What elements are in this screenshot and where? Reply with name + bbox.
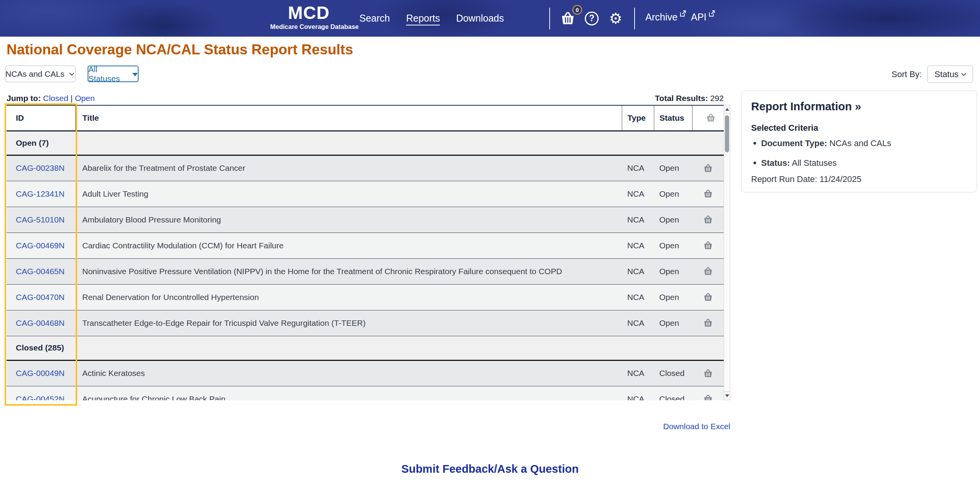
- external-link-icon: [708, 10, 715, 17]
- id-cell: CAG-00452N: [7, 386, 75, 400]
- scrollbar-down-button[interactable]: [724, 391, 730, 400]
- page: MCD Medicare Coverage Database Search Re…: [0, 0, 980, 487]
- document-id-link[interactable]: CAG-00465N: [16, 267, 64, 276]
- results-meta-row: Jump to: Closed | Open Total Results: 29…: [7, 94, 724, 103]
- criteria-label: Status:: [761, 158, 790, 168]
- table-header-row: ID Title Type Status: [7, 105, 724, 131]
- document-id-link[interactable]: CAG-00470N: [16, 293, 64, 302]
- results-table-viewport: ID Title Type Status Open (7): [7, 105, 724, 400]
- criteria-item: Document Type: NCAs and CALs: [751, 138, 967, 148]
- total-results-value: 292: [710, 94, 724, 103]
- add-to-basket-icon[interactable]: [703, 318, 713, 328]
- id-cell: CAG-00049N: [7, 360, 75, 386]
- add-to-basket-icon[interactable]: [703, 240, 713, 251]
- id-cell: CAG-51010N: [7, 207, 75, 233]
- group-header-row: Open (7): [7, 131, 724, 155]
- basket-cell: [692, 284, 724, 310]
- sort-by-control: Sort By: Status: [892, 66, 973, 83]
- results-table-region: ID Title Type Status Open (7): [7, 105, 730, 400]
- result-row: CAG-00468NTranscatheter Edge-to-Edge Rep…: [7, 310, 724, 336]
- document-status: Closed: [654, 386, 692, 400]
- id-cell: CAG-00238N: [7, 155, 75, 181]
- criteria-value: NCAs and CALs: [829, 138, 891, 148]
- submit-feedback-link[interactable]: Submit Feedback/Ask a Question: [401, 463, 579, 475]
- nav-search[interactable]: Search: [359, 13, 390, 24]
- column-header-title[interactable]: Title: [75, 105, 622, 131]
- document-type-value: NCAs and CALs: [5, 69, 64, 79]
- document-type: NCA: [622, 386, 654, 400]
- report-run-date-value: 11/24/2025: [819, 174, 861, 184]
- document-title: Transcatheter Edge-to-Edge Repair for Tr…: [75, 310, 622, 336]
- document-status: Closed: [654, 360, 692, 386]
- add-to-basket-icon[interactable]: [703, 394, 713, 400]
- document-type: NCA: [622, 360, 654, 386]
- column-header-id[interactable]: ID: [7, 105, 75, 131]
- settings-button[interactable]: ⚙: [609, 0, 622, 37]
- column-header-type[interactable]: Type: [622, 105, 654, 131]
- document-id-link[interactable]: CAG-00049N: [16, 369, 64, 377]
- document-id-link[interactable]: CAG-12341N: [16, 189, 64, 198]
- document-type: NCA: [622, 181, 654, 207]
- basket-cell: [692, 386, 724, 400]
- total-results-label: Total Results:: [655, 94, 708, 103]
- document-id-link[interactable]: CAG-00452N: [16, 394, 64, 401]
- add-to-basket-icon[interactable]: [703, 163, 713, 174]
- group-label: Closed (285): [7, 336, 724, 360]
- document-status: Open: [654, 310, 692, 336]
- caret-down-icon: [132, 73, 138, 76]
- document-id-link[interactable]: CAG-00468N: [16, 318, 64, 327]
- id-cell: CAG-12341N: [7, 181, 75, 207]
- mcd-logo[interactable]: MCD Medicare Coverage Database: [270, 3, 347, 30]
- feedback-row: Submit Feedback/Ask a Question: [0, 463, 980, 475]
- jump-to: Jump to: Closed | Open: [7, 94, 95, 103]
- report-information-heading[interactable]: Report Information »: [751, 100, 967, 113]
- jump-to-open-link[interactable]: Open: [75, 94, 95, 103]
- result-row: CAG-00465NNoninvasive Positive Pressure …: [7, 258, 724, 284]
- nav-api[interactable]: API: [691, 0, 715, 37]
- document-type: NCA: [622, 258, 654, 284]
- sort-by-select[interactable]: Status: [927, 66, 973, 83]
- document-id-link[interactable]: CAG-00469N: [16, 241, 64, 250]
- nav-reports[interactable]: Reports: [406, 13, 440, 24]
- jump-to-closed-link[interactable]: Closed: [43, 94, 68, 103]
- report-run-date-label: Report Run Date:: [751, 174, 817, 184]
- jump-separator: |: [71, 94, 73, 103]
- basket-count-badge: 0: [572, 5, 582, 15]
- sort-by-value: Status: [934, 69, 958, 79]
- add-to-basket-icon[interactable]: [703, 214, 713, 225]
- table-scrollbar[interactable]: [724, 105, 730, 400]
- document-title: Renal Denervation for Uncontrolled Hyper…: [75, 284, 622, 310]
- arrow-down-icon: [725, 394, 729, 397]
- add-to-basket-icon[interactable]: [703, 266, 713, 276]
- basket-button[interactable]: 0: [560, 0, 576, 37]
- column-header-status[interactable]: Status: [654, 105, 692, 131]
- column-header-basket[interactable]: [692, 105, 724, 131]
- document-title: Abarelix for the Treatment of Prostate C…: [75, 155, 622, 181]
- document-status: Open: [654, 155, 692, 181]
- document-id-link[interactable]: CAG-00238N: [16, 163, 64, 172]
- document-type: NCA: [622, 284, 654, 310]
- help-button[interactable]: ?: [585, 0, 599, 37]
- status-filter-dropdown[interactable]: All Statuses: [88, 66, 139, 82]
- group-header-row: Closed (285): [7, 336, 724, 360]
- chevron-down-icon: [960, 71, 967, 78]
- document-id-link[interactable]: CAG-51010N: [16, 215, 64, 224]
- add-to-basket-icon[interactable]: [703, 189, 713, 199]
- nav-archive[interactable]: Archive: [645, 0, 686, 37]
- scrollbar-up-button[interactable]: [724, 105, 730, 114]
- document-type-dropdown[interactable]: NCAs and CALs: [5, 66, 76, 82]
- download-to-excel-link[interactable]: Download to Excel: [663, 422, 730, 431]
- mcd-logo-subtitle: Medicare Coverage Database: [270, 23, 347, 30]
- document-title: Adult Liver Testing: [75, 181, 622, 207]
- nav-downloads[interactable]: Downloads: [456, 13, 504, 24]
- basket-cell: [692, 258, 724, 284]
- basket-cell: [692, 207, 724, 233]
- document-type: NCA: [622, 155, 654, 181]
- add-to-basket-icon[interactable]: [703, 368, 713, 379]
- document-title: Noninvasive Positive Pressure Ventilatio…: [75, 258, 622, 284]
- add-to-basket-icon[interactable]: [703, 292, 713, 302]
- scrollbar-thumb[interactable]: [725, 115, 729, 152]
- main-nav: Search Reports Downloads: [359, 0, 504, 37]
- report-information-panel: Report Information » Selected Criteria D…: [741, 91, 977, 192]
- result-row: CAG-00452NAcupuncture for Chronic Low Ba…: [7, 386, 724, 400]
